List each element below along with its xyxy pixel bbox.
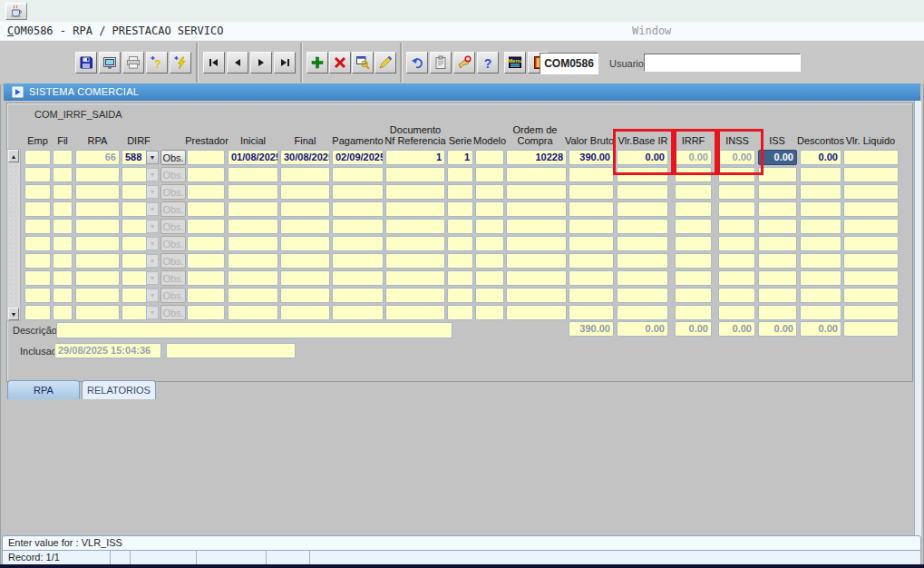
block-view-button[interactable]: [99, 52, 121, 73]
cell-vlr-base-ir[interactable]: [617, 253, 668, 269]
cell-vlr-liquido[interactable]: [843, 236, 899, 251]
cell-modelo[interactable]: [475, 219, 504, 234]
cell-modelo[interactable]: [475, 236, 504, 251]
cell-vlr-liquido[interactable]: [843, 305, 899, 320]
cell-ordem-de-compra[interactable]: [506, 236, 567, 251]
cell-irrf[interactable]: [675, 184, 712, 200]
first-record-button[interactable]: [203, 52, 225, 73]
cell-emp[interactable]: [24, 236, 51, 251]
chevron-down-icon[interactable]: ▼: [146, 220, 159, 233]
cell-final[interactable]: [280, 219, 330, 234]
obs-button[interactable]: Obs.: [160, 167, 186, 182]
cell-dirf-combo[interactable]: [122, 219, 147, 234]
cell-inss[interactable]: [718, 201, 755, 217]
cell-fil[interactable]: [53, 150, 73, 165]
cell-emp[interactable]: [24, 219, 51, 234]
chevron-down-icon[interactable]: ▼: [146, 237, 159, 250]
cell-iss[interactable]: [758, 270, 797, 286]
cell-final[interactable]: [280, 167, 330, 182]
obs-button[interactable]: Obs.: [160, 184, 186, 200]
cell-ordem-de-compra[interactable]: 10228: [506, 150, 567, 165]
cell-modelo[interactable]: [475, 201, 504, 217]
clipboard-button[interactable]: [430, 52, 452, 73]
obs-button[interactable]: Obs.: [160, 219, 186, 234]
cell-documento-nf-referencia[interactable]: [385, 270, 445, 286]
cell-vlr-liquido[interactable]: [843, 270, 899, 286]
cell-rpa[interactable]: [75, 219, 120, 234]
cell-fil[interactable]: [53, 236, 73, 251]
cell-descontos[interactable]: [800, 270, 841, 286]
cell-serie[interactable]: [447, 184, 473, 200]
cell-iss[interactable]: [758, 167, 797, 182]
usuario-input[interactable]: [644, 54, 801, 72]
cell-inicial[interactable]: 01/08/2025: [228, 150, 278, 165]
cell-descontos[interactable]: [800, 305, 841, 320]
cell-final[interactable]: [280, 270, 330, 286]
insert-record-button[interactable]: [306, 52, 328, 73]
chevron-down-icon[interactable]: ▼: [146, 254, 159, 268]
cell-inss[interactable]: [718, 288, 755, 303]
cell-inss[interactable]: [718, 219, 755, 234]
lock-record-button[interactable]: [453, 52, 475, 73]
cell-irrf[interactable]: [675, 270, 712, 286]
cell-emp[interactable]: [24, 253, 51, 269]
cell-inicial[interactable]: [228, 288, 278, 303]
clear-record-button[interactable]: [374, 52, 396, 73]
cell-modelo[interactable]: [475, 167, 504, 182]
cell-rpa[interactable]: [75, 270, 120, 286]
cell-vlr-base-ir[interactable]: [617, 305, 668, 320]
cell-iss[interactable]: [758, 201, 797, 217]
cell-fil[interactable]: [53, 288, 73, 303]
cell-prestador[interactable]: [187, 236, 225, 251]
cell-vlr-base-ir[interactable]: [617, 288, 668, 303]
cell-vlr-liquido[interactable]: [843, 167, 899, 182]
cell-dirf-combo[interactable]: [122, 253, 147, 269]
cell-vlr-base-ir[interactable]: [617, 236, 668, 251]
obs-button[interactable]: Obs.: [160, 150, 186, 165]
cell-serie[interactable]: [447, 288, 473, 303]
cell-modelo[interactable]: [475, 184, 504, 200]
chevron-down-icon[interactable]: ▼: [146, 151, 159, 164]
cell-dirf-combo[interactable]: [122, 201, 147, 217]
obs-button[interactable]: Obs.: [160, 201, 186, 217]
cell-inss[interactable]: [718, 305, 755, 320]
cell-inss[interactable]: [718, 253, 755, 269]
cell-pagamento[interactable]: [332, 201, 384, 217]
cell-modelo[interactable]: [475, 150, 504, 165]
cell-vlr-base-ir[interactable]: [617, 219, 668, 234]
cell-prestador[interactable]: [187, 270, 225, 286]
cell-descontos[interactable]: 0.00: [800, 150, 841, 165]
cell-serie[interactable]: [447, 253, 473, 269]
obs-button[interactable]: Obs.: [160, 270, 186, 286]
cell-fil[interactable]: [53, 184, 73, 200]
cell-inss[interactable]: [718, 236, 755, 251]
cell-irrf[interactable]: [675, 201, 712, 217]
chevron-down-icon[interactable]: ▼: [146, 306, 159, 319]
cell-vlr-liquido[interactable]: [843, 184, 899, 200]
cell-prestador[interactable]: [187, 219, 225, 234]
cell-serie[interactable]: [447, 236, 473, 251]
cell-vlr-base-ir[interactable]: [617, 201, 668, 217]
help-button[interactable]: ?: [477, 52, 499, 73]
cell-prestador[interactable]: [187, 201, 225, 217]
chevron-down-icon[interactable]: ▼: [146, 168, 159, 181]
descricao-field[interactable]: [56, 322, 452, 338]
cell-rpa[interactable]: [75, 253, 120, 269]
menu-item-window[interactable]: Window: [632, 24, 671, 37]
cell-ordem-de-compra[interactable]: [506, 219, 567, 234]
cell-emp[interactable]: [24, 150, 51, 165]
cell-descontos[interactable]: [800, 288, 841, 303]
cell-valor-bruto[interactable]: 390.00: [569, 150, 614, 165]
obs-button[interactable]: Obs.: [160, 253, 186, 269]
cell-prestador[interactable]: [187, 184, 225, 200]
last-record-button[interactable]: [274, 52, 296, 73]
cell-irrf[interactable]: [675, 219, 712, 234]
cell-fil[interactable]: [53, 201, 73, 217]
cell-documento-nf-referencia[interactable]: [385, 167, 445, 182]
execute-query-button[interactable]: [170, 52, 191, 73]
cell-inicial[interactable]: [228, 201, 278, 217]
previous-record-button[interactable]: [227, 52, 248, 73]
cell-documento-nf-referencia[interactable]: [385, 184, 445, 200]
chevron-down-icon[interactable]: ▼: [146, 289, 159, 302]
menu-button[interactable]: Menu: [504, 52, 526, 73]
